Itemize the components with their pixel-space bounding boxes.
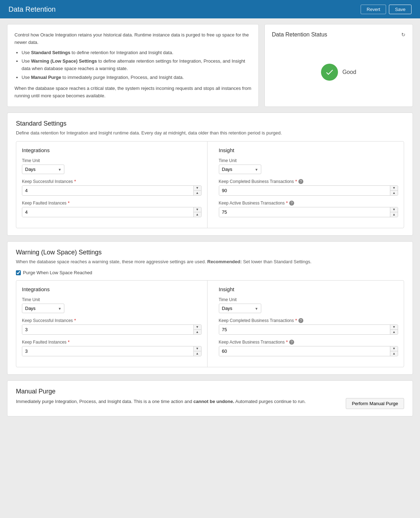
- std-int-successful-increment[interactable]: ▲: [194, 191, 201, 195]
- standard-settings-section: Standard Settings Define data retention …: [7, 113, 413, 236]
- bullet-1-bold: Standard Settings: [31, 50, 70, 55]
- std-int-faulted-input[interactable]: [22, 207, 193, 217]
- warn-ins-completed-input[interactable]: [219, 325, 390, 334]
- warn-int-successful-required: *: [74, 318, 76, 323]
- warn-int-faulted-required: *: [68, 340, 70, 345]
- top-row: Control how Oracle Integration retains y…: [7, 24, 413, 107]
- warn-int-faulted-decrement[interactable]: ▼: [194, 346, 201, 351]
- warn-ins-completed-increment[interactable]: ▲: [390, 330, 398, 334]
- info-desc-text: Control how Oracle Integration retains y…: [14, 31, 251, 46]
- warn-int-faulted-increment[interactable]: ▲: [194, 351, 201, 356]
- warn-int-faulted-input[interactable]: [22, 346, 193, 356]
- warn-int-time-unit-select-wrapper: DaysHoursWeeks ▼: [22, 304, 64, 313]
- warn-ins-active-label: Keep Active Business Transactions * ?: [219, 340, 398, 345]
- page-title: Data Retention: [8, 5, 56, 13]
- warn-int-successful-label: Keep Successful Instances *: [22, 318, 202, 323]
- status-panel: Data Retention Status ↻ Good: [264, 24, 413, 107]
- std-ins-completed-required: *: [295, 179, 297, 184]
- warn-int-successful-increment[interactable]: ▲: [194, 330, 201, 334]
- warn-int-time-unit-label: Time Unit: [22, 297, 202, 302]
- std-ins-time-unit-label: Time Unit: [219, 158, 398, 163]
- std-int-faulted-label: Keep Faulted Instances *: [22, 201, 202, 206]
- revert-button[interactable]: Revert: [361, 5, 386, 14]
- warn-ins-active-increment[interactable]: ▲: [390, 351, 398, 356]
- status-title: Data Retention Status: [272, 31, 327, 38]
- warn-ins-active-decrement[interactable]: ▼: [390, 346, 398, 351]
- warn-int-faulted-spinner: ▼ ▲: [22, 346, 202, 356]
- warn-int-time-unit-select[interactable]: DaysHoursWeeks: [22, 304, 64, 313]
- info-bullet-1: Use Standard Settings to define retentio…: [22, 49, 251, 57]
- standard-settings-title: Standard Settings: [16, 120, 404, 127]
- warn-ins-time-unit-group: Time Unit DaysHoursWeeks ▼: [219, 297, 398, 313]
- warn-ins-active-spinner: ▼ ▲: [219, 346, 398, 356]
- warn-ins-time-unit-select-wrapper: DaysHoursWeeks ▼: [219, 304, 261, 313]
- bullet-2-bold: Warning (Low Space) Settings: [31, 58, 97, 64]
- warn-int-time-unit-group: Time Unit DaysHoursWeeks ▼: [22, 297, 202, 313]
- std-ins-active-input[interactable]: [219, 207, 390, 217]
- checkmark-svg: [325, 68, 334, 77]
- warn-ins-completed-decrement[interactable]: ▼: [390, 325, 398, 330]
- warn-ins-time-unit-select[interactable]: DaysHoursWeeks: [219, 304, 261, 313]
- warn-ins-active-required: *: [286, 340, 288, 345]
- std-ins-active-increment[interactable]: ▲: [390, 212, 398, 217]
- info-bullet-2: Use Warning (Low Space) Settings to defi…: [22, 58, 251, 73]
- warn-int-faulted-group: Keep Faulted Instances * ▼ ▲: [22, 340, 202, 356]
- info-panel: Control how Oracle Integration retains y…: [7, 24, 259, 107]
- std-ins-active-label: Keep Active Business Transactions * ?: [219, 201, 398, 206]
- std-int-time-unit-label: Time Unit: [22, 158, 202, 163]
- std-int-successful-required: *: [74, 179, 76, 184]
- std-ins-active-spinner: ▼ ▲: [219, 207, 398, 217]
- std-int-successful-decrement[interactable]: ▼: [194, 186, 201, 191]
- warning-insight-col: Insight Time Unit DaysHoursWeeks ▼ Keep: [213, 281, 404, 367]
- std-int-faulted-increment[interactable]: ▲: [194, 212, 201, 217]
- std-int-time-unit-group: Time Unit DaysHoursWeeks ▼: [22, 158, 202, 174]
- warn-int-successful-group: Keep Successful Instances * ▼ ▲: [22, 318, 202, 335]
- std-ins-completed-help-icon[interactable]: ?: [298, 179, 303, 184]
- warn-ins-completed-spinner-btns: ▼ ▲: [390, 325, 398, 334]
- page-wrapper: Data Retention Revert Save Control how O…: [0, 0, 420, 518]
- perform-manual-purge-button[interactable]: Perform Manual Purge: [346, 398, 404, 409]
- header: Data Retention Revert Save: [0, 0, 420, 18]
- save-button[interactable]: Save: [389, 5, 412, 14]
- warning-integrations-col: Integrations Time Unit DaysHoursWeeks ▼: [16, 281, 208, 367]
- warn-ins-active-help-icon[interactable]: ?: [289, 340, 294, 345]
- purge-checkbox-row: Purge When Low Space Reached: [16, 270, 404, 275]
- purge-when-low-space-checkbox[interactable]: [16, 270, 21, 275]
- std-ins-completed-increment[interactable]: ▲: [390, 191, 398, 195]
- std-int-faulted-decrement[interactable]: ▼: [194, 207, 201, 212]
- manual-purge-desc: Immediately purge Integration, Process, …: [16, 398, 339, 405]
- warn-ins-time-unit-label: Time Unit: [219, 297, 398, 302]
- warn-ins-active-input[interactable]: [219, 346, 390, 356]
- refresh-icon[interactable]: ↻: [401, 32, 406, 38]
- warning-settings-desc: When the database space reaches a warnin…: [16, 259, 404, 264]
- warning-settings-title: Warning (Low Space) Settings: [16, 249, 404, 256]
- std-ins-time-unit-select-wrapper: DaysHoursWeeks ▼: [219, 165, 261, 174]
- std-ins-active-required: *: [286, 201, 288, 206]
- warn-int-successful-input[interactable]: [22, 325, 193, 334]
- std-int-successful-input[interactable]: [22, 186, 193, 195]
- std-ins-active-decrement[interactable]: ▼: [390, 207, 398, 212]
- std-ins-completed-input[interactable]: [219, 186, 390, 195]
- std-ins-time-unit-select[interactable]: DaysHoursWeeks: [219, 165, 261, 174]
- warn-int-faulted-label: Keep Faulted Instances *: [22, 340, 202, 345]
- std-ins-completed-decrement[interactable]: ▼: [390, 186, 398, 191]
- status-check-icon: [321, 64, 338, 81]
- info-description: Control how Oracle Integration retains y…: [14, 31, 251, 99]
- std-int-time-unit-select[interactable]: DaysHoursWeeks: [22, 165, 64, 174]
- std-ins-active-help-icon[interactable]: ?: [289, 201, 294, 206]
- standard-integrations-col: Integrations Time Unit DaysHoursWeeks ▼: [16, 142, 208, 228]
- std-ins-completed-spinner: ▼ ▲: [219, 185, 398, 196]
- warn-ins-completed-required: *: [295, 318, 297, 323]
- std-ins-active-group: Keep Active Business Transactions * ? ▼ …: [219, 201, 398, 217]
- std-int-faulted-spinner: ▼ ▲: [22, 207, 202, 217]
- warn-int-successful-spinner: ▼ ▲: [22, 324, 202, 335]
- std-ins-active-spinner-btns: ▼ ▲: [390, 207, 398, 217]
- info-bullets: Use Standard Settings to define retentio…: [22, 49, 251, 81]
- warn-ins-completed-help-icon[interactable]: ?: [298, 318, 303, 323]
- standard-integrations-title: Integrations: [22, 147, 202, 153]
- status-header: Data Retention Status ↻: [272, 31, 406, 38]
- status-text: Good: [342, 69, 356, 75]
- warn-int-successful-decrement[interactable]: ▼: [194, 325, 201, 330]
- warn-ins-completed-label: Keep Completed Business Transactions * ?: [219, 318, 398, 323]
- std-ins-completed-spinner-btns: ▼ ▲: [390, 186, 398, 195]
